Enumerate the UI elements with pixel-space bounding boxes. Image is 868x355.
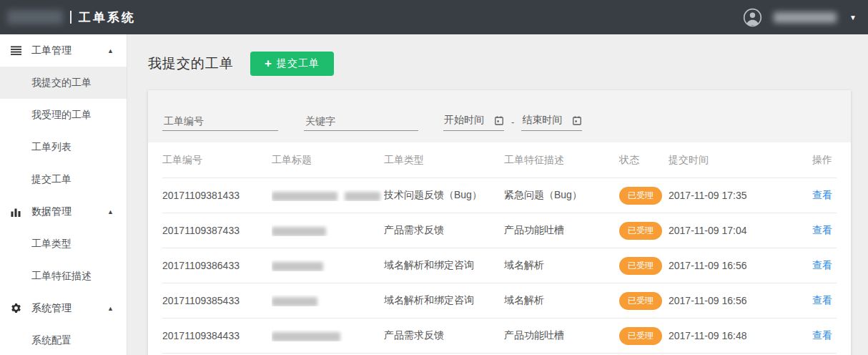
sidebar: 工单管理 ▲ 我提交的工单 我受理的工单 工单列表 提交工单 数据管理 ▲ 工单… [0, 34, 127, 355]
sidebar-group-system-management[interactable]: 系统管理 ▲ [0, 292, 127, 324]
sidebar-item-submit-order[interactable]: 提交工单 [0, 163, 127, 195]
table-row: 20171109385433 域名解析和绑定咨询 域名解析 已受理 2017-1… [162, 283, 837, 318]
status-badge: 已受理 [619, 327, 662, 345]
cell-type: 域名解析和绑定咨询 [384, 259, 504, 272]
logo-blur [7, 10, 63, 24]
caret-up-icon[interactable]: ▲ [107, 305, 114, 312]
user-menu[interactable]: ▼ [743, 8, 857, 27]
sidebar-group-label: 工单管理 [31, 44, 107, 57]
cell-status: 已受理 [619, 327, 669, 345]
sidebar-item-my-submitted-orders[interactable]: 我提交的工单 [0, 67, 127, 99]
orders-card: 开始时间 - 结束时间 [148, 90, 851, 355]
status-badge: 已受理 [619, 292, 662, 310]
plus-icon: + [265, 57, 272, 71]
cell-action: 查看 [812, 259, 837, 272]
table-body: 20171109381433 技术问题反馈（Bug） 紧急问题（Bug） 已受理… [162, 178, 837, 354]
cell-action: 查看 [812, 294, 837, 307]
cell-title-redacted [272, 190, 384, 201]
col-type: 工单类型 [384, 154, 504, 167]
orders-table: 工单编号 工单标题 工单类型 工单特征描述 状态 提交时间 操作 2017110… [148, 142, 851, 354]
bar-chart-icon [11, 207, 24, 217]
sidebar-group-label: 系统管理 [31, 302, 107, 315]
cell-submit-time: 2017-11-09 17:35 [669, 190, 812, 201]
page-title: 我提交的工单 [148, 54, 234, 73]
sidebar-group-order-management[interactable]: 工单管理 ▲ [0, 34, 127, 67]
cell-status: 已受理 [619, 257, 669, 275]
cell-order-no: 20171109384433 [162, 330, 272, 341]
col-submit-time: 提交时间 [669, 154, 812, 167]
status-badge: 已受理 [619, 257, 662, 275]
sidebar-item-order-list[interactable]: 工单列表 [0, 131, 127, 163]
table-row: 20171109384433 产品需求反馈 产品功能吐槽 已受理 2017-11… [162, 318, 837, 354]
start-date-placeholder: 开始时间 [444, 114, 484, 127]
sidebar-item-order-feature-desc[interactable]: 工单特征描述 [0, 260, 127, 292]
cell-title-redacted [272, 260, 384, 271]
logo-divider [70, 11, 71, 24]
cell-type: 技术问题反馈（Bug） [384, 189, 504, 202]
status-badge: 已受理 [619, 187, 662, 205]
menu-lines-icon [11, 46, 24, 55]
cell-feature: 产品功能吐槽 [504, 329, 619, 342]
cell-type: 产品需求反馈 [384, 329, 504, 342]
cell-status: 已受理 [619, 292, 669, 310]
submit-order-button-label: 提交工单 [277, 57, 320, 70]
app-header: 工单系统 ▼ [0, 0, 868, 34]
cell-feature: 域名解析 [504, 259, 619, 272]
col-feature: 工单特征描述 [504, 154, 619, 167]
cell-type: 域名解析和绑定咨询 [384, 294, 504, 307]
sidebar-group-label: 数据管理 [31, 205, 107, 218]
username-blur [774, 12, 837, 23]
cell-submit-time: 2017-11-09 17:04 [669, 225, 812, 236]
view-link[interactable]: 查看 [812, 189, 832, 200]
cell-title-redacted [272, 330, 384, 341]
order-no-input[interactable] [162, 113, 278, 131]
cell-feature: 产品功能吐槽 [504, 224, 619, 237]
cell-title-redacted [272, 295, 384, 306]
col-status: 状态 [619, 154, 669, 167]
col-order-no: 工单编号 [162, 154, 272, 167]
cell-order-no: 20171109381433 [162, 190, 272, 201]
sidebar-item-order-type[interactable]: 工单类型 [0, 228, 127, 260]
sidebar-item-my-accepted-orders[interactable]: 我受理的工单 [0, 99, 127, 131]
col-action: 操作 [812, 154, 837, 167]
view-link[interactable]: 查看 [812, 294, 832, 306]
cell-type: 产品需求反馈 [384, 224, 504, 237]
caret-up-icon[interactable]: ▲ [107, 47, 114, 54]
caret-down-icon[interactable]: ▼ [849, 14, 857, 21]
end-date-placeholder: 结束时间 [522, 114, 562, 127]
cell-title-redacted [272, 225, 384, 236]
view-link[interactable]: 查看 [812, 259, 832, 271]
cell-submit-time: 2017-11-09 16:56 [669, 295, 812, 306]
main-content: 我提交的工单 + 提交工单 开始时间 - [127, 34, 868, 355]
caret-up-icon[interactable]: ▲ [107, 208, 114, 215]
cell-action: 查看 [812, 329, 837, 342]
submit-order-button[interactable]: + 提交工单 [250, 52, 334, 76]
app-title: 工单系统 [79, 9, 136, 26]
end-date-picker[interactable]: 结束时间 [521, 113, 582, 131]
calendar-icon [495, 116, 503, 125]
user-avatar-icon [743, 8, 762, 27]
filter-bar: 开始时间 - 结束时间 [148, 90, 851, 142]
table-header-row: 工单编号 工单标题 工单类型 工单特征描述 状态 提交时间 操作 [162, 142, 837, 178]
start-date-picker[interactable]: 开始时间 [443, 113, 504, 131]
sidebar-group-data-management[interactable]: 数据管理 ▲ [0, 195, 127, 228]
gear-icon [11, 303, 24, 313]
table-row: 20171109387433 产品需求反馈 产品功能吐槽 已受理 2017-11… [162, 213, 837, 248]
cell-order-no: 20171109387433 [162, 225, 272, 236]
cell-action: 查看 [812, 189, 837, 202]
cell-status: 已受理 [619, 222, 669, 240]
cell-order-no: 20171109386433 [162, 260, 272, 271]
cell-feature: 紧急问题（Bug） [504, 189, 619, 202]
table-row: 20171109386433 域名解析和绑定咨询 域名解析 已受理 2017-1… [162, 248, 837, 283]
calendar-icon [573, 116, 581, 125]
cell-feature: 域名解析 [504, 294, 619, 307]
keyword-input[interactable] [304, 113, 418, 131]
cell-submit-time: 2017-11-09 16:56 [669, 260, 812, 271]
cell-order-no: 20171109385433 [162, 295, 272, 306]
col-title: 工单标题 [272, 154, 384, 167]
cell-submit-time: 2017-11-09 16:48 [669, 330, 812, 341]
cell-status: 已受理 [619, 187, 669, 205]
view-link[interactable]: 查看 [812, 224, 832, 235]
sidebar-item-system-config[interactable]: 系统配置 [0, 324, 127, 355]
view-link[interactable]: 查看 [812, 329, 832, 341]
